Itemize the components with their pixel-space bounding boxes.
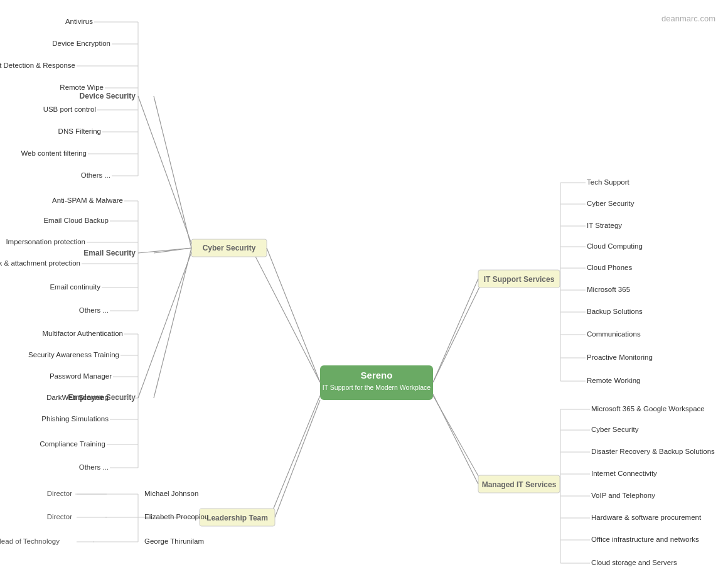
item-linkprotect: Link & attachment protection [0, 259, 80, 267]
center-title: Sereno [361, 370, 393, 380]
role-director2: Director [47, 513, 72, 520]
item-oi: Office infrastructure and networks [591, 536, 699, 543]
emailsecurity-label: Email Security [83, 249, 136, 257]
item-usb: USB port control [43, 105, 96, 113]
role-director1: Director [47, 490, 72, 497]
item-cs3: Cyber Security [591, 426, 639, 433]
item-cs2: Cyber Security [587, 200, 634, 207]
line-cybersec-devsec [154, 96, 191, 248]
item-antispam: Anti-SPAM & Malware [52, 197, 123, 204]
item-phish: Phishing Simulations [41, 415, 109, 423]
item-emailbackup: Email Cloud Backup [43, 217, 109, 224]
item-web: Web content filtering [21, 149, 87, 157]
item-compliance: Compliance Training [40, 440, 105, 448]
item-antivirus: Antivirus [65, 18, 93, 25]
line-cybersec-center2 [267, 248, 320, 382]
item-ms365: Microsoft 365 [587, 286, 630, 293]
item-cc: Cloud Computing [587, 242, 643, 250]
item-pw: Password Manager [50, 372, 112, 380]
managed-label: Managed IT Services [482, 480, 557, 489]
itsupport-label: IT Support Services [484, 275, 555, 284]
item-comm: Communications [587, 330, 641, 338]
item-cp: Cloud Phones [587, 264, 632, 271]
item-devenc: Device Encryption [52, 40, 110, 47]
line-center-cybersec [251, 248, 320, 382]
line-cs-emp [138, 252, 191, 398]
item-pm: Proactive Monitoring [587, 353, 653, 361]
name-director2: Elizabeth Procopiou [144, 513, 208, 520]
item-ic: Internet Connectivity [591, 470, 657, 477]
item-ts: Tech Support [587, 178, 630, 186]
item-others3: Others ... [79, 463, 109, 471]
name-director1: Michael Johnson [144, 490, 198, 497]
item-remotewipe: Remote Wipe [60, 84, 104, 91]
center-subtitle: IT Support for the Modern Workplace [323, 384, 431, 391]
line-leadership-center2 [275, 400, 320, 517]
line-cs-ds [138, 96, 191, 244]
role-hot: Head of Technology [0, 537, 60, 545]
devicesecurity-label: Device Security [80, 92, 136, 100]
item-voip: VoIP and Telephony [591, 492, 655, 499]
item-impersonation: Impersonation protection [6, 238, 85, 245]
item-hw: Hardware & software procurement [591, 514, 702, 521]
line-cs-es [138, 248, 191, 253]
line-itsupport-center2 [433, 279, 478, 382]
item-dw: DarkWeb Scanning [46, 394, 109, 401]
item-mfa: Multifactor Authentication [43, 330, 124, 337]
item-emailcont: Email continuity [50, 283, 100, 291]
mindmap: Sereno IT Support for the Modern Workpla… [0, 0, 728, 582]
item-dr: Disaster Recovery & Backup Solutions [591, 448, 715, 455]
name-hot: George Thirunilam [144, 537, 204, 545]
item-m365gws: Microsoft 365 & Google Workspace [591, 405, 705, 412]
item-its: IT Strategy [587, 222, 622, 229]
item-others2: Others ... [79, 306, 109, 314]
item-dns: DNS Filtering [58, 127, 101, 135]
item-others1: Others ... [81, 171, 110, 179]
cybersecurity-label: Cyber Security [203, 244, 256, 252]
item-rw: Remote Working [587, 377, 640, 384]
item-sat: Security Awareness Training [28, 351, 119, 358]
line-managed-center2 [433, 394, 478, 484]
line-center-itsupport [433, 279, 483, 382]
item-bs: Backup Solutions [587, 308, 643, 315]
line-center-leadership [270, 396, 320, 517]
line-cybersec-empsec [154, 248, 191, 398]
item-edr: Endpoint Detection & Response [0, 62, 75, 69]
item-cls: Cloud storage and Servers [591, 559, 677, 566]
leadership-label: Leadership Team [206, 514, 268, 522]
